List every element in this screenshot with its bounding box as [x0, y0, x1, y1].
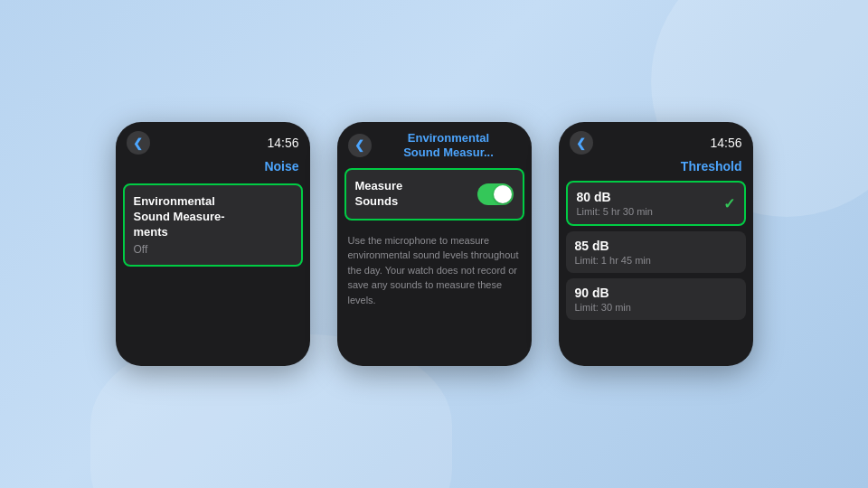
screen3-time: 14:56 [710, 136, 741, 150]
menu-item-line1: Environmental Sound Measure- ments [134, 194, 292, 240]
watch-screen-3: ❮ 14:56 Threshold 80 dB Limit: 5 hr 30 m… [559, 122, 753, 366]
description-text: Use the microphone to measure environmen… [337, 226, 532, 315]
back-icon-2: ❮ [354, 138, 364, 152]
screen1-time: 14:56 [267, 136, 298, 150]
screen2-title: Environmental Sound Measur... [377, 131, 521, 159]
screen1-title: Noise [264, 159, 298, 174]
screen3-title: Threshold [681, 159, 742, 174]
measure-sounds-toggle-row[interactable]: Measure Sounds [344, 168, 524, 221]
measure-sounds-toggle[interactable] [477, 183, 514, 205]
threshold-item-85db[interactable]: 85 dB Limit: 1 hr 45 min [566, 231, 746, 273]
watch-screen-1: ❮ 14:56 Noise Environmental Sound Measur… [116, 122, 310, 366]
threshold-item-80db[interactable]: 80 dB Limit: 5 hr 30 min ✓ [566, 181, 746, 226]
back-button-screen1[interactable]: ❮ [127, 131, 150, 155]
back-button-screen2[interactable]: ❮ [348, 134, 372, 157]
environmental-sound-menu-item[interactable]: Environmental Sound Measure- ments Off [123, 183, 303, 267]
watch-screen-2: ❮ Environmental Sound Measur... Measure … [337, 122, 532, 366]
threshold-85-limit: Limit: 1 hr 45 min [575, 255, 651, 266]
toggle-label: Measure Sounds [355, 179, 403, 210]
threshold-80-db: 80 dB [577, 190, 653, 204]
toggle-knob [494, 185, 512, 203]
checkmark-icon: ✓ [723, 195, 735, 212]
screen2-header: ❮ Environmental Sound Measur... [337, 122, 532, 163]
screen1-header: ❮ 14:56 [116, 122, 310, 158]
threshold-item-90db[interactable]: 90 dB Limit: 30 min [566, 278, 746, 320]
threshold-90-db: 90 dB [575, 286, 631, 300]
back-icon-3: ❮ [576, 136, 586, 150]
threshold-80-limit: Limit: 5 hr 30 min [577, 206, 653, 217]
threshold-90-limit: Limit: 30 min [575, 302, 631, 313]
threshold-85-db: 85 dB [575, 239, 651, 253]
menu-item-status: Off [134, 243, 292, 256]
back-button-screen3[interactable]: ❮ [570, 131, 593, 155]
back-icon: ❮ [133, 136, 143, 150]
screen3-header: ❮ 14:56 [559, 122, 753, 158]
